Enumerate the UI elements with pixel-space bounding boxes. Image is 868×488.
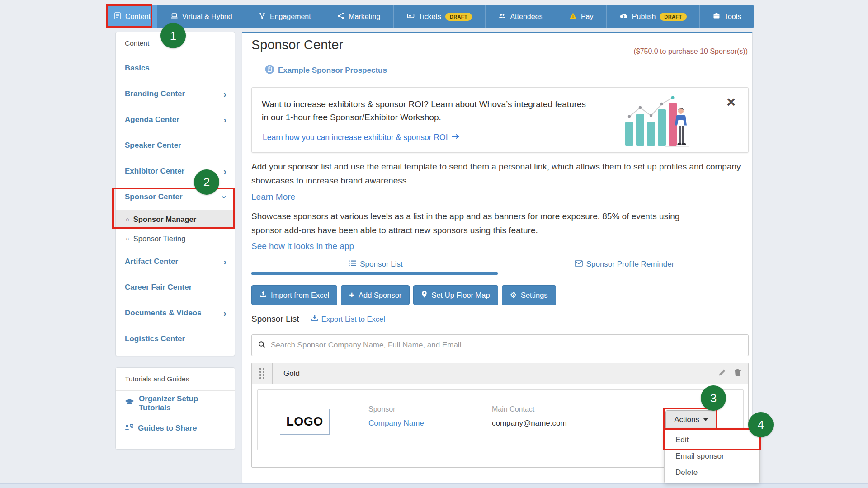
- caret-down-icon: [703, 418, 708, 421]
- set-up-floor-map-button[interactable]: Set Up Floor Map: [413, 285, 498, 305]
- nav-tab-content[interactable]: Content: [108, 5, 157, 28]
- nav-tab-label: Content: [125, 13, 151, 21]
- plus-icon: +: [349, 291, 354, 300]
- sidebar-item-career-fair-center[interactable]: Career Fair Center: [116, 274, 235, 300]
- graduation-cap-icon: [125, 399, 134, 408]
- sidebar-item-artifact-center[interactable]: Artifact Center›: [116, 249, 235, 274]
- arrow-right-icon: [452, 133, 460, 142]
- company-name-link[interactable]: Company Name: [368, 419, 424, 428]
- sponsor-logo: LOGO: [280, 409, 330, 435]
- menu-item-edit[interactable]: Edit: [665, 432, 760, 448]
- sidebar-item-sponsor-tiering[interactable]: ○Sponsor Tiering: [116, 229, 235, 249]
- chevron-right-icon: ›: [223, 257, 226, 266]
- nav-tab-label: Engagement: [270, 13, 311, 21]
- page: Content Virtual & Hybrid Engagement Mark…: [0, 0, 868, 488]
- tab-divider: [498, 274, 749, 274]
- chevron-down-icon: ›: [221, 195, 230, 198]
- trash-icon[interactable]: [734, 369, 741, 378]
- add-sponsor-button[interactable]: + Add Sponsor: [341, 285, 410, 305]
- header-divider: [242, 82, 752, 82]
- laptop-icon: [170, 12, 178, 21]
- annotation-step-3: 3: [701, 385, 726, 411]
- close-icon[interactable]: ×: [726, 94, 736, 109]
- settings-button[interactable]: ⚙ Settings: [502, 285, 556, 305]
- annotation-step-2: 2: [194, 169, 219, 195]
- workshop-promo-banner: Want to increase exhibitors & sponsor RO…: [251, 87, 749, 153]
- sidebar-item-speaker-center[interactable]: Speaker Center: [116, 132, 235, 158]
- radio-icon: ○: [126, 235, 129, 242]
- showcase-paragraph: Showcase sponsors at various levels as a…: [251, 209, 710, 237]
- nav-tab-label: Tools: [724, 13, 741, 21]
- sponsor-search: [251, 334, 749, 356]
- sponsor-tabs: Sponsor List Sponsor Profile Reminder: [251, 256, 749, 272]
- tier-name: Gold: [283, 369, 718, 378]
- person-share-icon: [125, 424, 133, 433]
- tab-sponsor-profile-reminder[interactable]: Sponsor Profile Reminder: [500, 256, 749, 272]
- download-icon: [311, 314, 318, 324]
- sponsor-column-label: Sponsor: [368, 405, 396, 413]
- chart-person-illustration: [622, 94, 689, 151]
- menu-item-delete[interactable]: Delete: [665, 465, 760, 481]
- sidebar-tutorials-card: Tutorials and Guides Organizer Setup Tut…: [115, 367, 235, 450]
- share-nodes-icon: [337, 12, 344, 21]
- main-panel: Sponsor Center ($750.0 to purchase 10 Sp…: [242, 32, 753, 483]
- nav-tab-label: Publish: [632, 13, 656, 21]
- network-icon: [259, 12, 266, 21]
- sidebar-item-logistics-center[interactable]: Logistics Center: [116, 326, 235, 352]
- banner-learn-link[interactable]: Learn how you can increase exhibitor & s…: [263, 133, 460, 142]
- map-marker-icon: [421, 291, 427, 300]
- drag-handle[interactable]: [252, 363, 273, 384]
- export-list-link[interactable]: Export List to Excel: [311, 314, 385, 324]
- prospectus-clipboard-icon: [265, 65, 274, 76]
- sidebar-item-sponsor-manager[interactable]: ○Sponsor Manager: [116, 210, 235, 229]
- intro-paragraph: Add your sponsor list and use the email …: [251, 160, 744, 188]
- page-title: Sponsor Center: [251, 38, 343, 52]
- banner-text: Want to increase exhibitors & sponsor RO…: [262, 98, 587, 124]
- sponsor-list-header: Sponsor List Export List to Excel: [251, 314, 385, 324]
- sidebar-item-basics[interactable]: Basics: [116, 55, 235, 81]
- chevron-right-icon: ›: [223, 167, 226, 176]
- tier-header: Gold: [252, 363, 748, 384]
- learn-more-link[interactable]: Learn More: [251, 192, 295, 202]
- purchase-price-note: ($750.0 to purchase 10 Sponsor(s)): [633, 47, 748, 56]
- nav-tab-label: Pay: [581, 13, 594, 21]
- search-input[interactable]: [271, 341, 742, 350]
- nav-tab-label: Virtual & Hybrid: [182, 13, 232, 21]
- briefcase-icon: [713, 12, 720, 21]
- nav-tab-engagement[interactable]: Engagement: [245, 5, 324, 28]
- tab-sponsor-list[interactable]: Sponsor List: [251, 256, 500, 272]
- menu-item-email-sponsor[interactable]: Email sponsor: [665, 448, 760, 465]
- annotation-step-1: 1: [160, 23, 186, 48]
- nav-tab-label: Marketing: [349, 13, 380, 21]
- nav-tab-marketing[interactable]: Marketing: [324, 5, 393, 28]
- nav-tab-tickets[interactable]: Tickets DRAFT: [393, 5, 485, 28]
- list-icon: [349, 260, 356, 269]
- cloud-upload-icon: [620, 12, 628, 21]
- nav-tab-publish[interactable]: Publish DRAFT: [606, 5, 699, 28]
- nav-tab-pay[interactable]: Pay: [556, 5, 606, 28]
- sidebar-item-agenda-center[interactable]: Agenda Center›: [116, 107, 235, 132]
- nav-tab-label: Attendees: [510, 13, 542, 21]
- nav-tab-tools[interactable]: Tools: [699, 5, 754, 28]
- example-sponsor-prospectus-link[interactable]: Example Sponsor Prospectus: [265, 65, 387, 76]
- sponsor-list-heading: Sponsor List: [251, 314, 299, 324]
- toolbar: Import from Excel + Add Sponsor Set Up F…: [251, 285, 556, 305]
- draft-badge: DRAFT: [660, 13, 686, 21]
- bottom-scroll-strip[interactable]: [0, 483, 868, 488]
- draft-badge: DRAFT: [445, 13, 472, 21]
- actions-dropdown-button[interactable]: Actions: [665, 410, 717, 429]
- actions-menu: Edit Email sponsor Delete: [664, 429, 760, 483]
- nav-tab-attendees[interactable]: Attendees: [485, 5, 556, 28]
- sidebar-item-organizer-setup-tutorials[interactable]: Organizer Setup Tutorials: [116, 391, 235, 416]
- top-nav: Content Virtual & Hybrid Engagement Mark…: [108, 5, 754, 28]
- chevron-right-icon: ›: [223, 89, 226, 99]
- ticket-icon: [407, 12, 415, 21]
- sidebar-item-guides-to-share[interactable]: Guides to Share: [116, 416, 235, 441]
- sidebar-item-documents-videos[interactable]: Documents & Videos›: [116, 300, 235, 326]
- see-how-link[interactable]: See how it looks in the app: [251, 241, 354, 251]
- import-from-excel-button[interactable]: Import from Excel: [251, 285, 337, 305]
- main-contact-label: Main Contact: [492, 405, 534, 413]
- sidebar-item-branding-center[interactable]: Branding Center›: [116, 81, 235, 107]
- edit-pencil-icon[interactable]: [718, 369, 726, 378]
- chevron-right-icon: ›: [223, 115, 226, 124]
